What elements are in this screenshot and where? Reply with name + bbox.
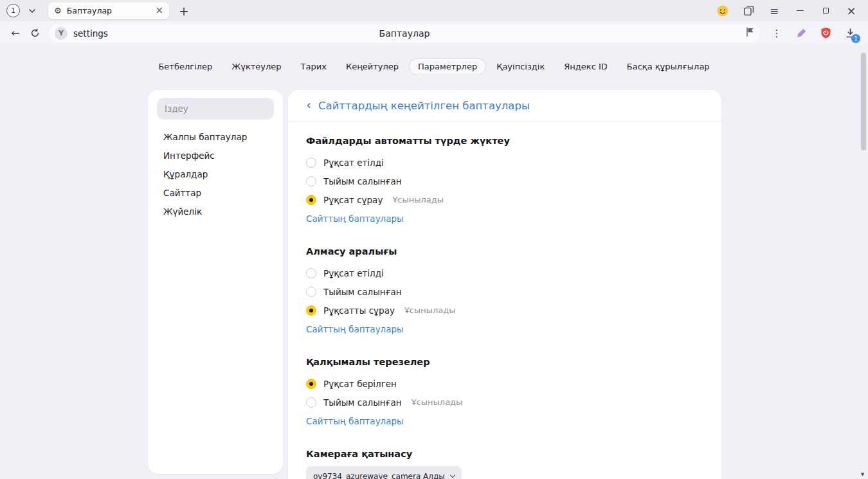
camera-select-value: ov9734_azurewave_camera Алдыңғы... [313, 472, 445, 479]
panel-header: ‹ Сайттардың кеңейтілген баптаулары [288, 90, 721, 122]
radio-selected-icon[interactable] [306, 305, 316, 316]
search-input[interactable] [157, 98, 274, 120]
radio-icon[interactable] [306, 287, 316, 297]
section-heading: Алмасу аралығы [306, 246, 703, 258]
settings-nav-tab-7[interactable]: Яндекс ID [555, 58, 617, 75]
settings-nav-tab-6[interactable]: Қауіпсіздік [487, 58, 554, 75]
settings-sidebar: Жалпы баптауларИнтерфейсҚұралдарСайттарЖ… [148, 90, 283, 474]
settings-nav-tab-2[interactable]: Жүктеулер [222, 58, 290, 75]
radio-label: Рұқсат етілді [323, 158, 384, 168]
settings-section: Қалқымалы терезелерРұқсат берілгенТыйым … [306, 357, 703, 427]
radio-label: Рұқсат берілген [323, 379, 397, 389]
new-tab-button[interactable]: + [176, 3, 192, 19]
bookmark-flag-icon[interactable] [746, 27, 754, 39]
recommended-note: Ұсынылады [404, 305, 456, 315]
download-icon[interactable]: 1 [841, 25, 859, 42]
settings-section: Камераға қатынасуov9734_azurewave_camera… [306, 449, 703, 479]
tab-strip: 1 ⚙ Баптаулар × + ≡ × [0, 0, 868, 21]
settings-nav-tab-4[interactable]: Кеңейтулер [337, 58, 408, 75]
pencil-icon[interactable] [792, 25, 810, 42]
kebab-menu-icon[interactable]: ⋮ [768, 25, 786, 42]
tab-title: Баптаулар [67, 6, 150, 15]
settings-nav-tab-1[interactable]: Бетбелгілер [149, 58, 221, 75]
radio-label: Рұқсат сұрау [323, 195, 383, 205]
window-close-icon[interactable]: × [844, 3, 859, 19]
radio-label: Рұқсатты сұрау [323, 305, 395, 316]
radio-icon[interactable] [306, 158, 316, 168]
recommended-note: Ұсынылады [411, 397, 463, 407]
back-icon[interactable]: ← [6, 25, 24, 42]
sidebar-item-5[interactable]: Жүйелік [157, 202, 274, 221]
back-chevron-icon[interactable]: ‹ [306, 98, 311, 111]
browser-window: 1 ⚙ Баптаулар × + ≡ × ← Y [0, 0, 868, 479]
sidebar-item-4[interactable]: Сайттар [157, 183, 274, 202]
sections: Файлдарды автоматты түрде жүктеуРұқсат е… [288, 122, 721, 479]
chevron-down-icon [450, 473, 455, 478]
tab-close-icon[interactable]: × [155, 6, 163, 15]
scrollbar-thumb[interactable] [861, 53, 866, 150]
minimize-icon[interactable] [792, 3, 808, 19]
hamburger-menu-icon[interactable]: ≡ [766, 3, 782, 19]
section-heading: Файлдарды автоматты түрде жүктеу [306, 136, 703, 148]
url-text: settings [73, 28, 108, 39]
omnibox[interactable]: Y settings Баптаулар [49, 24, 760, 43]
sidebar-item-2[interactable]: Интерфейс [157, 146, 274, 165]
section-heading: Камераға қатынасу [306, 449, 703, 461]
site-settings-link[interactable]: Сайттың баптаулары [306, 416, 404, 426]
settings-section: Файлдарды автоматты түрде жүктеуРұқсат е… [306, 136, 703, 224]
settings-nav-tab-5[interactable]: Параметрлер [409, 58, 486, 75]
tab-counter-badge[interactable]: 1 [6, 4, 20, 17]
reload-icon[interactable] [26, 25, 44, 42]
sidebar-item-1[interactable]: Жалпы баптаулар [157, 127, 274, 146]
radio-icon[interactable] [306, 268, 316, 278]
tabs-chevron-down-icon[interactable] [24, 3, 40, 19]
restore-window-icon[interactable] [818, 3, 833, 19]
address-bar: ← Y settings Баптаулар ⋮ 1 [0, 21, 868, 45]
settings-nav: БетбелгілерЖүктеулерТарихКеңейтулерПарам… [0, 58, 868, 75]
side-panels-icon[interactable] [741, 3, 756, 19]
window-controls: ≡ × [715, 3, 862, 19]
settings-panel: ‹ Сайттардың кеңейтілген баптаулары Файл… [288, 90, 721, 479]
camera-select[interactable]: ov9734_azurewave_camera Алдыңғы... [306, 466, 462, 479]
radio-option[interactable]: Тыйым салынғанҰсынылады [306, 393, 703, 411]
radio-option[interactable]: Рұқсатты сұрауҰсынылады [306, 301, 703, 320]
site-settings-link[interactable]: Сайттың баптаулары [306, 324, 404, 334]
radio-option[interactable]: Рұқсат сұрауҰсынылады [306, 190, 703, 209]
radio-icon[interactable] [306, 397, 316, 408]
radio-label: Тыйым салынған [323, 176, 402, 186]
radio-label: Тыйым салынған [323, 397, 402, 408]
toolbar-right: ⋮ 1 [765, 25, 862, 42]
radio-option[interactable]: Рұқсат берілген [306, 374, 703, 393]
settings-nav-tab-3[interactable]: Тарих [292, 58, 336, 75]
site-settings-link[interactable]: Сайттың баптаулары [306, 213, 404, 224]
settings-section: Алмасу аралығыРұқсат етілдіТыйым салынға… [306, 246, 703, 335]
gear-icon: ⚙ [54, 6, 62, 15]
radio-option[interactable]: Рұқсат етілді [306, 153, 703, 172]
page-title: Баптаулар [49, 28, 760, 39]
mood-smiley-icon[interactable] [715, 3, 730, 19]
browser-logo-icon: Y [55, 27, 68, 40]
shield-icon[interactable] [817, 25, 835, 42]
sidebar-item-3[interactable]: Құралдар [157, 165, 274, 183]
browser-tab-active[interactable]: ⚙ Баптаулар × [48, 3, 169, 19]
sidebar-menu: Жалпы баптауларИнтерфейсҚұралдарСайттарЖ… [157, 127, 274, 221]
recommended-note: Ұсынылады [392, 195, 444, 204]
panel-title: Сайттардың кеңейтілген баптаулары [318, 100, 530, 112]
scroll-down-icon[interactable]: ▾ [858, 470, 867, 478]
radio-selected-icon[interactable] [306, 379, 316, 389]
radio-selected-icon[interactable] [306, 195, 316, 205]
section-heading: Қалқымалы терезелер [306, 357, 703, 369]
radio-option[interactable]: Рұқсат етілді [306, 264, 703, 282]
radio-icon[interactable] [306, 176, 316, 186]
radio-option[interactable]: Тыйым салынған [306, 282, 703, 301]
radio-label: Рұқсат етілді [323, 268, 384, 278]
download-count-badge: 1 [851, 34, 860, 43]
radio-label: Тыйым салынған [323, 287, 402, 297]
radio-option[interactable]: Тыйым салынған [306, 172, 703, 190]
settings-nav-tab-8[interactable]: Басқа құрылғылар [618, 58, 719, 75]
